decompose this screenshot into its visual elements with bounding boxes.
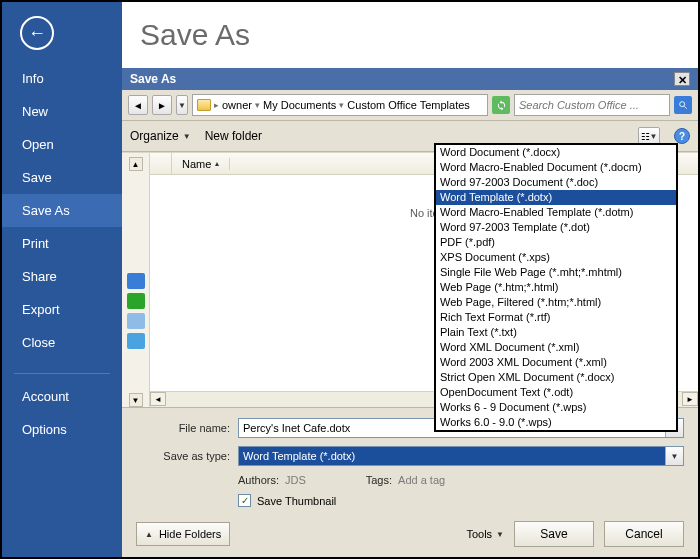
chevron-up-icon: ▲: [145, 530, 153, 539]
sidebar-item-print[interactable]: Print: [2, 227, 122, 260]
file-type-option[interactable]: XPS Document (*.xps): [436, 250, 676, 265]
back-arrow-icon: ←: [28, 24, 46, 42]
tree-item-icon[interactable]: [127, 333, 145, 349]
new-folder-button[interactable]: New folder: [205, 129, 262, 143]
authors-value[interactable]: JDS: [285, 474, 306, 486]
file-type-option[interactable]: Works 6 - 9 Document (*.wps): [436, 400, 676, 415]
chevron-down-icon: ▼: [183, 132, 191, 141]
tree-scroll-up[interactable]: ▲: [129, 157, 143, 171]
save-as-type-listbox[interactable]: Word Document (*.docx)Word Macro-Enabled…: [434, 143, 678, 432]
tree-item-icon[interactable]: [127, 293, 145, 309]
sort-indicator-icon: ▴: [215, 159, 219, 168]
tags-label: Tags:: [366, 474, 392, 486]
file-type-option[interactable]: Word Macro-Enabled Document (*.docm): [436, 160, 676, 175]
search-button[interactable]: [674, 96, 692, 114]
page-title: Save As: [122, 2, 698, 68]
sidebar-item-save[interactable]: Save: [2, 161, 122, 194]
save-button[interactable]: Save: [514, 521, 594, 547]
search-input[interactable]: [519, 99, 665, 111]
sidebar-item-account[interactable]: Account: [2, 380, 122, 413]
hide-folders-button[interactable]: ▲ Hide Folders: [136, 522, 230, 546]
breadcrumb-owner[interactable]: owner: [222, 99, 252, 111]
file-type-option[interactable]: Web Page (*.htm;*.html): [436, 280, 676, 295]
breadcrumb-templates[interactable]: Custom Office Templates: [347, 99, 469, 111]
backstage-sidebar: ← InfoNewOpenSaveSave AsPrintShareExport…: [2, 2, 122, 557]
file-type-option[interactable]: OpenDocument Text (*.odt): [436, 385, 676, 400]
sidebar-item-open[interactable]: Open: [2, 128, 122, 161]
sidebar-item-share[interactable]: Share: [2, 260, 122, 293]
column-header-name[interactable]: Name ▴: [172, 158, 230, 170]
cancel-button[interactable]: Cancel: [604, 521, 684, 547]
search-box[interactable]: [514, 94, 670, 116]
save-thumbnail-label: Save Thumbnail: [257, 495, 336, 507]
tree-item-icon[interactable]: [127, 273, 145, 289]
svg-line-1: [684, 106, 687, 109]
tools-dropdown[interactable]: Tools ▼: [466, 528, 504, 540]
file-type-option[interactable]: Web Page, Filtered (*.htm;*.html): [436, 295, 676, 310]
help-button[interactable]: ?: [674, 128, 690, 144]
file-type-option[interactable]: Word 2003 XML Document (*.xml): [436, 355, 676, 370]
back-button[interactable]: ←: [20, 16, 54, 50]
dialog-title: Save As: [130, 72, 176, 86]
dialog-close-button[interactable]: ✕: [674, 72, 690, 86]
sidebar-item-close[interactable]: Close: [2, 326, 122, 359]
breadcrumb-documents[interactable]: My Documents: [263, 99, 336, 111]
file-name-label: File name:: [136, 422, 230, 434]
file-type-option[interactable]: Word Document (*.docx): [436, 145, 676, 160]
tree-scroll-down[interactable]: ▼: [129, 393, 143, 407]
nav-forward-button[interactable]: ►: [152, 95, 172, 115]
file-type-option[interactable]: Word 97-2003 Document (*.doc): [436, 175, 676, 190]
sidebar-item-info[interactable]: Info: [2, 62, 122, 95]
nav-history-dropdown[interactable]: ▼: [176, 95, 188, 115]
file-type-option[interactable]: Plain Text (*.txt): [436, 325, 676, 340]
file-type-option[interactable]: Strict Open XML Document (*.docx): [436, 370, 676, 385]
address-breadcrumb[interactable]: ▸ owner ▾ My Documents ▾ Custom Office T…: [192, 94, 488, 116]
sidebar-item-save-as[interactable]: Save As: [2, 194, 122, 227]
svg-point-0: [680, 102, 685, 107]
file-type-option[interactable]: Single File Web Page (*.mht;*.mhtml): [436, 265, 676, 280]
save-as-type-dropdown[interactable]: ▼: [665, 447, 683, 465]
scroll-right-button[interactable]: ►: [682, 392, 698, 406]
file-type-option[interactable]: Rich Text Format (*.rtf): [436, 310, 676, 325]
chevron-down-icon: ▼: [496, 530, 504, 539]
sidebar-item-options[interactable]: Options: [2, 413, 122, 446]
file-type-option[interactable]: Word 97-2003 Template (*.dot): [436, 220, 676, 235]
tags-value[interactable]: Add a tag: [398, 474, 445, 486]
tree-item-icon[interactable]: [127, 313, 145, 329]
file-type-option[interactable]: Works 6.0 - 9.0 (*.wps): [436, 415, 676, 430]
file-type-option[interactable]: Word Template (*.dotx): [436, 190, 676, 205]
refresh-button[interactable]: [492, 96, 510, 114]
save-thumbnail-checkbox[interactable]: ✓: [238, 494, 251, 507]
sidebar-item-export[interactable]: Export: [2, 293, 122, 326]
scroll-left-button[interactable]: ◄: [150, 392, 166, 406]
file-type-option[interactable]: PDF (*.pdf): [436, 235, 676, 250]
folder-icon: [197, 99, 211, 111]
save-as-type-field[interactable]: Word Template (*.dotx) ▼: [238, 446, 684, 466]
sidebar-item-new[interactable]: New: [2, 95, 122, 128]
organize-button[interactable]: Organize ▼: [130, 129, 191, 143]
authors-label: Authors:: [238, 474, 279, 486]
folder-tree[interactable]: ▲ ▼: [122, 153, 150, 407]
nav-back-button[interactable]: ◄: [128, 95, 148, 115]
save-as-type-label: Save as type:: [136, 450, 230, 462]
sidebar-separator: [14, 373, 110, 374]
file-type-option[interactable]: Word XML Document (*.xml): [436, 340, 676, 355]
file-type-option[interactable]: Word Macro-Enabled Template (*.dotm): [436, 205, 676, 220]
